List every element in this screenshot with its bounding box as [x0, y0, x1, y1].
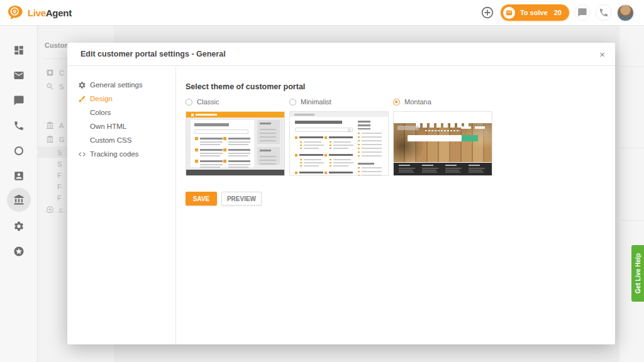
sidebar-item-tickets[interactable]	[7, 63, 31, 87]
liveagent-logo[interactable]: LiveAgent	[8, 5, 72, 20]
thumb-body	[191, 120, 280, 167]
code-icon	[78, 150, 86, 158]
nav-item-own-html[interactable]: Own HTML	[67, 119, 175, 133]
theme-option-minimalist: Minimalist	[289, 97, 389, 176]
divider	[619, 148, 644, 148]
theme-thumbnail-classic[interactable]	[186, 111, 285, 176]
sidebar-item-customers[interactable]	[7, 164, 31, 188]
preview-button[interactable]: PREVIEW	[221, 192, 262, 206]
calls-button[interactable]	[596, 4, 612, 21]
background-row: S	[57, 149, 62, 156]
edit-portal-settings-modal: Edit customer portal settings - General …	[67, 43, 615, 344]
chat-icon	[13, 95, 25, 106]
bank-icon	[46, 135, 54, 143]
theme-thumbnail-montana[interactable]	[393, 111, 492, 176]
radio-classic[interactable]: Classic	[186, 97, 285, 106]
thumb-main-column	[191, 120, 254, 167]
plus-circle-icon	[480, 6, 494, 19]
radio-montana[interactable]: Montana	[393, 97, 492, 106]
thumb-widget	[358, 163, 374, 165]
divider	[619, 66, 644, 67]
thumb-widget	[257, 120, 280, 144]
sidebar-item-calls[interactable]	[7, 114, 31, 138]
app-root: LiveAgent To solve 20	[0, 0, 644, 362]
thumb-search-box	[295, 128, 353, 132]
thumb-list-item	[295, 136, 325, 150]
get-live-help-label: Get Live Help	[635, 253, 641, 293]
thumb-footer-column	[445, 165, 464, 174]
radio-circle-icon[interactable]	[186, 99, 192, 106]
thumb-hero-subtitle	[425, 130, 460, 131]
thumb-widget	[358, 121, 370, 129]
theme-thumbnail-minimalist[interactable]	[289, 111, 389, 176]
background-row: F	[57, 183, 62, 190]
modal-body: General settings Design Colors Own HTML …	[67, 67, 615, 344]
thumb-widget	[257, 147, 280, 165]
modal-header: Edit customer portal settings - General …	[67, 43, 615, 66]
to-solve-button[interactable]: To solve 20	[501, 4, 569, 21]
top-bar: LiveAgent To solve 20	[0, 0, 644, 26]
card-icon	[46, 69, 54, 77]
add-new-button[interactable]	[479, 4, 496, 21]
radio-minimalist[interactable]: Minimalist	[289, 97, 389, 106]
thumb-body	[295, 121, 384, 173]
theme-section-heading: Select theme of customer portal	[186, 82, 615, 91]
save-button[interactable]: SAVE	[186, 192, 217, 206]
background-row: S	[46, 82, 64, 90]
background-row: G	[46, 135, 65, 143]
modal-content: Select theme of customer portal Classic	[176, 67, 615, 344]
plus-circle-icon	[46, 206, 54, 214]
app-sidebar	[0, 26, 38, 362]
nav-item-design[interactable]: Design	[67, 92, 175, 106]
close-icon[interactable]: ×	[599, 50, 605, 59]
modal-nav: General settings Design Colors Own HTML …	[67, 67, 176, 344]
thumb-footer-column	[399, 165, 417, 174]
chats-button[interactable]	[574, 4, 591, 21]
nav-item-tracking-codes[interactable]: Tracking codes	[67, 147, 175, 161]
user-avatar[interactable]	[617, 4, 634, 21]
thumb-link-list	[358, 167, 384, 176]
ring-icon	[13, 145, 25, 156]
thumb-item-grid	[295, 136, 354, 176]
thumb-link-list	[358, 133, 384, 158]
thumb-list-item	[295, 154, 325, 168]
sidebar-item-dashboard[interactable]	[7, 38, 31, 62]
thumb-title-bar	[194, 123, 229, 126]
mail-icon	[506, 9, 513, 16]
dashboard-icon	[13, 45, 25, 56]
thumb-list-item	[325, 136, 354, 150]
search-icon	[46, 82, 54, 90]
bank-icon	[46, 121, 54, 129]
envelope-badge	[503, 7, 515, 19]
thumb-footer-column	[422, 165, 440, 174]
thumb-hero-image	[394, 123, 492, 162]
thumb-footer-column	[469, 165, 487, 174]
thumb-list-item	[223, 137, 251, 146]
radio-circle-selected-icon[interactable]	[393, 99, 400, 106]
background-row: C	[46, 69, 64, 77]
nav-item-colors[interactable]: Colors	[67, 106, 175, 119]
logo-text: LiveAgent	[28, 8, 72, 18]
theme-option-montana: Montana	[393, 97, 492, 176]
thumb-search-button	[462, 135, 478, 141]
sidebar-item-chats[interactable]	[7, 89, 31, 112]
thumb-main-column	[295, 121, 354, 173]
thumb-list-item	[194, 160, 223, 168]
sidebar-item-customer-portal[interactable]	[7, 188, 31, 212]
nav-item-custom-css[interactable]: Custom CSS	[67, 133, 175, 147]
contact-card-icon	[13, 170, 25, 182]
nav-item-general-settings[interactable]: General settings	[67, 78, 175, 92]
thumb-nav-links	[461, 126, 489, 129]
get-live-help-button[interactable]: Get Live Help	[631, 245, 644, 302]
thumb-sidebar	[257, 120, 280, 167]
sidebar-item-automation[interactable]	[7, 139, 31, 163]
sidebar-item-upgrade[interactable]	[7, 239, 31, 263]
sidebar-item-settings[interactable]	[7, 214, 31, 238]
phone-icon	[13, 120, 25, 131]
theme-option-classic: Classic	[186, 97, 285, 176]
action-buttons: SAVE PREVIEW	[186, 192, 615, 206]
radio-circle-icon[interactable]	[289, 99, 296, 106]
thumb-list-item	[194, 137, 223, 146]
thumb-header	[290, 112, 388, 117]
thumb-list-item	[223, 148, 251, 157]
